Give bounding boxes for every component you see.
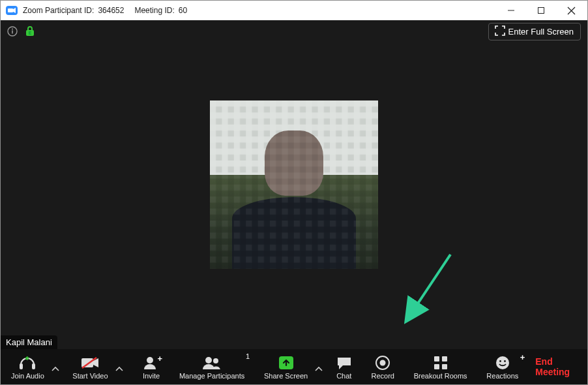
info-icon[interactable] bbox=[7, 26, 18, 37]
video-off-icon bbox=[81, 355, 99, 371]
fullscreen-label: Enter Full Screen bbox=[508, 27, 574, 37]
svg-rect-0 bbox=[8, 8, 13, 12]
svg-line-14 bbox=[411, 254, 450, 313]
fullscreen-icon bbox=[495, 26, 505, 37]
join-audio-label: Join Audio bbox=[11, 372, 44, 380]
plus-icon: + bbox=[158, 354, 163, 363]
pixelation-overlay bbox=[210, 100, 378, 269]
person-icon bbox=[143, 355, 159, 371]
chat-label: Chat bbox=[336, 372, 351, 380]
reactions-button[interactable]: + Reactions bbox=[480, 352, 525, 381]
svg-point-19 bbox=[147, 357, 153, 363]
svg-rect-25 bbox=[434, 356, 439, 362]
svg-rect-28 bbox=[442, 364, 447, 369]
start-video-label: Start Video bbox=[72, 372, 108, 380]
reactions-label: Reactions bbox=[486, 372, 518, 380]
encryption-lock-icon[interactable]: E bbox=[25, 26, 35, 37]
share-screen-button[interactable]: Share Screen bbox=[257, 352, 314, 381]
svg-rect-7 bbox=[12, 31, 13, 34]
meeting-id-label: Meeting ID: bbox=[134, 6, 174, 15]
zoom-logo-icon bbox=[6, 6, 18, 15]
meeting-id-value: 60 bbox=[179, 6, 187, 15]
chevron-up-icon bbox=[52, 367, 59, 372]
manage-participants-button[interactable]: 1 Manage Participants bbox=[173, 352, 251, 381]
start-video-button[interactable]: Start Video bbox=[66, 352, 114, 381]
annotation-arrow bbox=[405, 251, 463, 323]
svg-point-29 bbox=[496, 356, 509, 369]
chevron-up-icon bbox=[116, 367, 123, 372]
meeting-toolbar: Join Audio Start Video + Invite 1 bbox=[1, 349, 587, 384]
participant-id-value: 364652 bbox=[98, 6, 124, 15]
enter-fullscreen-button[interactable]: Enter Full Screen bbox=[488, 23, 581, 40]
breakout-rooms-label: Breakout Rooms bbox=[414, 372, 467, 380]
meeting-video-area: E Enter Full Screen bbox=[1, 20, 587, 349]
chat-icon bbox=[336, 355, 352, 371]
participant-name-text: Kapil Malani bbox=[6, 337, 52, 347]
chevron-up-icon bbox=[316, 367, 322, 372]
record-icon bbox=[375, 355, 390, 371]
end-meeting-label: End Meeting bbox=[535, 356, 570, 377]
window-title: Zoom Participant ID:364652 Meeting ID:60 bbox=[23, 6, 191, 15]
manage-participants-label: Manage Participants bbox=[179, 372, 244, 380]
share-options-chevron[interactable] bbox=[314, 362, 323, 372]
invite-label: Invite bbox=[143, 372, 160, 380]
people-icon bbox=[202, 355, 222, 371]
participant-name-label: Kapil Malani bbox=[1, 335, 57, 349]
grid-icon bbox=[434, 355, 448, 371]
svg-rect-13 bbox=[210, 100, 378, 269]
participant-video-tile[interactable] bbox=[210, 100, 378, 269]
svg-point-6 bbox=[12, 29, 13, 30]
video-options-chevron[interactable] bbox=[115, 362, 124, 372]
close-button[interactable] bbox=[556, 1, 586, 20]
audio-options-chevron[interactable] bbox=[51, 362, 60, 372]
maximize-button[interactable] bbox=[526, 1, 556, 20]
share-screen-icon bbox=[278, 355, 294, 371]
svg-rect-15 bbox=[20, 363, 23, 369]
participant-id-label: Zoom Participant ID: bbox=[23, 6, 94, 15]
meeting-top-bar: E Enter Full Screen bbox=[1, 20, 587, 42]
join-audio-button[interactable]: Join Audio bbox=[5, 352, 51, 381]
headphones-icon bbox=[19, 355, 36, 371]
svg-point-24 bbox=[380, 360, 386, 366]
svg-point-20 bbox=[205, 357, 212, 363]
minimize-button[interactable] bbox=[496, 1, 526, 20]
svg-point-30 bbox=[499, 360, 501, 362]
invite-button[interactable]: + Invite bbox=[136, 352, 166, 381]
svg-rect-2 bbox=[538, 8, 544, 14]
svg-point-31 bbox=[504, 360, 506, 362]
svg-rect-16 bbox=[32, 363, 35, 369]
breakout-rooms-button[interactable]: Breakout Rooms bbox=[407, 352, 474, 381]
end-meeting-button[interactable]: End Meeting bbox=[525, 356, 583, 377]
record-button[interactable]: Record bbox=[365, 352, 401, 381]
svg-rect-27 bbox=[434, 364, 439, 369]
svg-rect-26 bbox=[442, 356, 447, 362]
svg-text:E: E bbox=[29, 31, 32, 35]
zoom-meeting-window: Zoom Participant ID:364652 Meeting ID:60… bbox=[0, 0, 588, 385]
plus-icon: + bbox=[520, 352, 525, 362]
svg-point-21 bbox=[213, 358, 218, 363]
svg-rect-17 bbox=[81, 358, 93, 367]
chat-button[interactable]: Chat bbox=[330, 352, 359, 381]
window-titlebar: Zoom Participant ID:364652 Meeting ID:60 bbox=[1, 1, 587, 20]
share-screen-label: Share Screen bbox=[264, 372, 308, 380]
record-label: Record bbox=[372, 372, 394, 380]
participants-count-badge: 1 bbox=[246, 352, 250, 360]
smiley-icon bbox=[495, 355, 510, 371]
